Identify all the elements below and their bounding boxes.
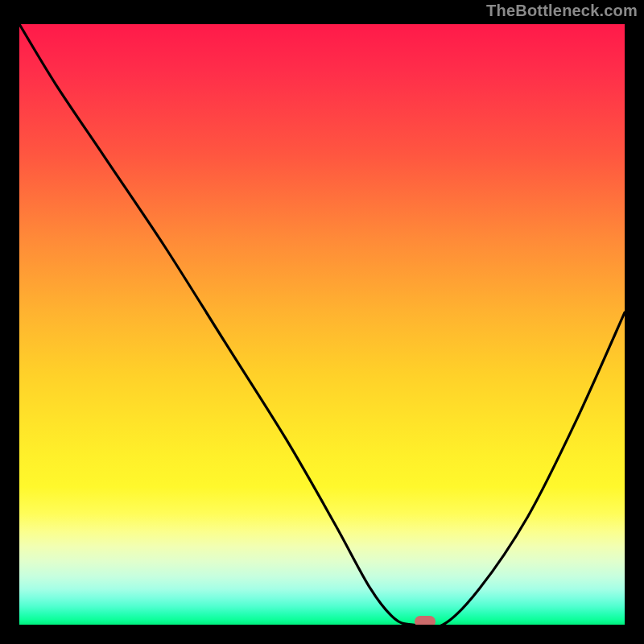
bottleneck-curve [19, 24, 625, 625]
optimal-point-marker [415, 616, 436, 626]
watermark-label: TheBottleneck.com [486, 2, 638, 20]
chart-frame: TheBottleneck.com [0, 0, 644, 644]
plot-area [18, 23, 626, 626]
